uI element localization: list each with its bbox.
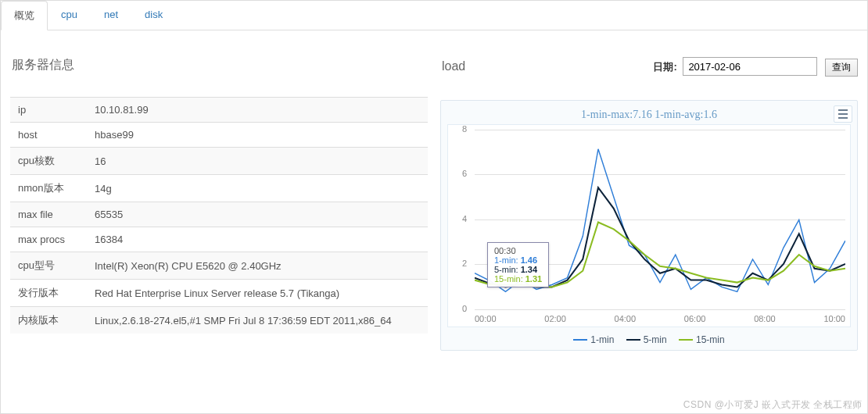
info-key: max procs: [10, 227, 87, 252]
y-tick-label: 2: [462, 259, 467, 268]
table-row: max file65535: [10, 202, 428, 227]
info-value: Red Hat Enterprise Linux Server release …: [87, 280, 428, 307]
legend-1min[interactable]: 1-min: [573, 334, 614, 345]
load-title: load: [442, 59, 465, 73]
y-tick-label: 0: [462, 304, 467, 313]
chart-menu-icon[interactable]: [834, 105, 852, 123]
y-tick-label: 4: [462, 214, 467, 223]
info-key: cpu型号: [10, 252, 87, 280]
x-tick-label: 08:00: [754, 314, 776, 323]
legend-swatch-icon: [573, 339, 587, 341]
table-row: cpu型号Intel(R) Xeon(R) CPU E5620 @ 2.40GH…: [10, 252, 428, 280]
y-tick-label: 8: [462, 124, 467, 134]
date-input[interactable]: [683, 57, 817, 76]
info-value: 10.10.81.99: [87, 98, 428, 123]
info-value: 16: [87, 148, 428, 175]
x-tick-label: 04:00: [615, 314, 637, 323]
tab-bar: 概览 cpu net disk: [1, 1, 867, 30]
info-value: Intel(R) Xeon(R) CPU E5620 @ 2.40GHz: [87, 252, 428, 280]
legend-swatch-icon: [679, 339, 693, 341]
tab-net[interactable]: net: [91, 1, 131, 30]
table-row: ip10.10.81.99: [10, 98, 428, 123]
info-key: ip: [10, 98, 87, 123]
chart-svg: [475, 130, 845, 315]
chart-plot-area[interactable]: 02468 00:0002:0004:0006:0008:0010:00 00:…: [447, 124, 851, 327]
legend-swatch-icon: [626, 339, 640, 341]
x-tick-label: 06:00: [684, 314, 706, 323]
chart-x-labels: 00:0002:0004:0006:0008:0010:00: [475, 314, 845, 323]
tab-overview[interactable]: 概览: [1, 1, 48, 30]
info-value: 14g: [87, 175, 428, 202]
date-controls: 日期: 查询: [653, 57, 858, 77]
load-panel: load 日期: 查询 1-min-max:7.16 1-min-avg:1.6…: [440, 46, 858, 373]
load-chart: 1-min-max:7.16 1-min-avg:1.6 02468 00:00…: [440, 100, 858, 351]
tab-disk[interactable]: disk: [131, 1, 176, 30]
x-tick-label: 02:00: [544, 314, 566, 323]
info-key: host: [10, 123, 87, 148]
table-row: cpu核数16: [10, 148, 428, 175]
server-info-table: ip10.10.81.99hosthbase99cpu核数16nmon版本14g…: [10, 97, 428, 334]
table-row: hosthbase99: [10, 123, 428, 148]
chart-legend: 1-min 5-min 15-min: [447, 332, 851, 345]
legend-15min[interactable]: 15-min: [679, 334, 725, 345]
server-info-panel: 服务器信息 ip10.10.81.99hosthbase99cpu核数16nmo…: [10, 46, 428, 373]
info-key: nmon版本: [10, 175, 87, 202]
y-tick-label: 6: [462, 169, 467, 178]
date-label: 日期:: [653, 61, 676, 73]
watermark: CSDN @小可爱J 嵌入式开发 全栈工程师: [683, 398, 863, 412]
series-15-min: [475, 222, 845, 287]
info-key: 内核版本: [10, 307, 87, 334]
info-value: hbase99: [87, 123, 428, 148]
table-row: max procs16384: [10, 227, 428, 252]
series-1-min: [475, 148, 845, 291]
table-row: 内核版本Linux,2.6.18-274.el5,#1 SMP Fri Jul …: [10, 307, 428, 334]
query-button[interactable]: 查询: [825, 59, 858, 77]
x-tick-label: 10:00: [823, 314, 845, 323]
info-value: 16384: [87, 227, 428, 252]
info-value: 65535: [87, 202, 428, 227]
chart-title: 1-min-max:7.16 1-min-avg:1.6: [447, 109, 851, 121]
table-row: 发行版本Red Hat Enterprise Linux Server rele…: [10, 280, 428, 307]
legend-5min[interactable]: 5-min: [626, 334, 667, 345]
info-value: Linux,2.6.18-274.el5,#1 SMP Fri Jul 8 17…: [87, 307, 428, 334]
info-key: 发行版本: [10, 280, 87, 307]
x-tick-label: 00:00: [475, 314, 497, 323]
table-row: nmon版本14g: [10, 175, 428, 202]
tab-cpu[interactable]: cpu: [48, 1, 91, 30]
info-key: cpu核数: [10, 148, 87, 175]
server-info-title: 服务器信息: [12, 57, 428, 73]
info-key: max file: [10, 202, 87, 227]
